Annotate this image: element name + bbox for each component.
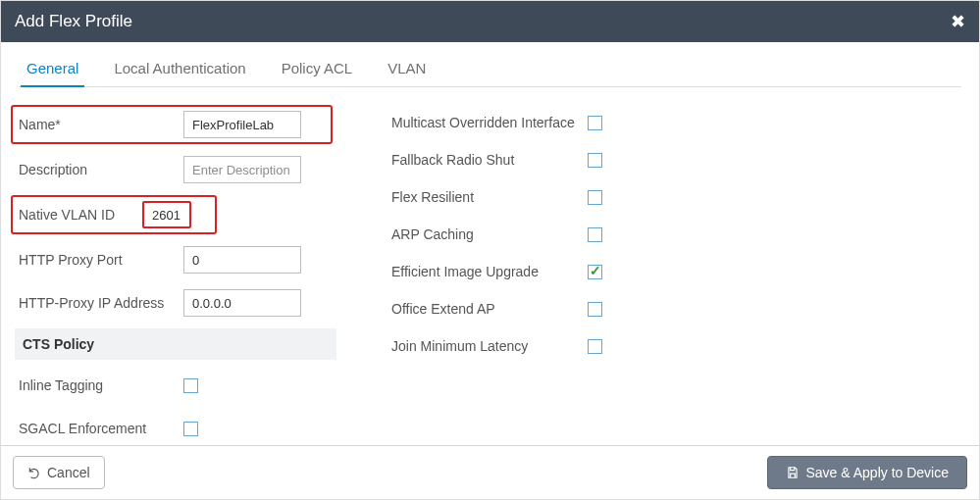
form-columns: Name* Description Native VLAN ID HTTP Pr… (19, 105, 961, 445)
name-input[interactable] (183, 111, 301, 138)
sgacl-row: SGACL Enforcement (19, 411, 333, 445)
multicast-override-row: Multicast Overridden Interface (391, 105, 813, 140)
tab-policy-acl[interactable]: Policy ACL (274, 50, 381, 86)
fallback-radio-row: Fallback Radio Shut (391, 142, 813, 177)
save-icon (786, 466, 799, 479)
cancel-button[interactable]: Cancel (13, 456, 105, 489)
description-input[interactable] (183, 156, 301, 183)
arp-caching-row: ARP Caching (391, 217, 813, 252)
http-proxy-ip-row: HTTP-Proxy IP Address (19, 285, 333, 321)
arp-caching-checkbox[interactable] (588, 227, 602, 242)
flex-resilient-checkbox[interactable] (588, 190, 602, 205)
description-row: Description (19, 152, 333, 187)
http-proxy-port-row: HTTP Proxy Port (19, 242, 333, 277)
join-min-latency-checkbox[interactable] (588, 339, 602, 354)
multicast-override-label: Multicast Overridden Interface (391, 115, 588, 130)
efficient-image-checkbox[interactable] (588, 265, 602, 279)
dialog-titlebar: Add Flex Profile ✖ (1, 1, 979, 42)
sgacl-label: SGACL Enforcement (19, 421, 183, 436)
right-column: Multicast Overridden Interface Fallback … (391, 105, 813, 445)
flex-resilient-row: Flex Resilient (391, 179, 813, 215)
save-apply-button[interactable]: Save & Apply to Device (767, 456, 967, 489)
tab-bar: General Local Authentication Policy ACL … (19, 50, 961, 87)
dialog-body: General Local Authentication Policy ACL … (1, 42, 979, 445)
tab-general[interactable]: General (19, 50, 106, 86)
fallback-radio-checkbox[interactable] (588, 153, 602, 168)
flex-resilient-label: Flex Resilient (391, 189, 588, 205)
tab-vlan[interactable]: VLAN (380, 50, 453, 86)
close-icon[interactable]: ✖ (951, 11, 965, 32)
native-vlan-row: Native VLAN ID (11, 195, 217, 234)
sgacl-checkbox[interactable] (183, 422, 198, 436)
cts-policy-heading: CTS Policy (15, 328, 336, 360)
join-min-latency-label: Join Minimum Latency (391, 338, 588, 354)
undo-icon (27, 466, 41, 479)
native-vlan-input[interactable] (142, 201, 191, 228)
cancel-button-label: Cancel (47, 465, 90, 480)
arp-caching-label: ARP Caching (391, 226, 588, 242)
multicast-override-checkbox[interactable] (588, 116, 602, 130)
join-min-latency-row: Join Minimum Latency (391, 328, 813, 364)
efficient-image-row: Efficient Image Upgrade (391, 254, 813, 289)
http-proxy-ip-input[interactable] (183, 289, 301, 317)
name-row: Name* (11, 105, 333, 144)
http-proxy-port-label: HTTP Proxy Port (19, 252, 183, 268)
office-extend-label: Office Extend AP (391, 301, 588, 317)
save-apply-button-label: Save & Apply to Device (805, 465, 949, 480)
native-vlan-label: Native VLAN ID (19, 207, 142, 223)
inline-tagging-checkbox[interactable] (183, 378, 198, 393)
inline-tagging-label: Inline Tagging (19, 377, 183, 393)
http-proxy-port-input[interactable] (183, 246, 301, 274)
inline-tagging-row: Inline Tagging (19, 368, 333, 403)
left-column: Name* Description Native VLAN ID HTTP Pr… (19, 105, 333, 445)
name-label: Name* (19, 117, 183, 132)
dialog-footer: Cancel Save & Apply to Device (1, 445, 979, 499)
http-proxy-ip-label: HTTP-Proxy IP Address (19, 295, 183, 312)
tab-local-authentication[interactable]: Local Authentication (106, 50, 273, 86)
office-extend-checkbox[interactable] (588, 302, 602, 317)
add-flex-profile-dialog: Add Flex Profile ✖ General Local Authent… (0, 0, 980, 500)
efficient-image-label: Efficient Image Upgrade (391, 264, 588, 279)
dialog-title: Add Flex Profile (15, 12, 132, 31)
office-extend-row: Office Extend AP (391, 291, 813, 326)
fallback-radio-label: Fallback Radio Shut (391, 152, 588, 168)
description-label: Description (19, 162, 183, 177)
